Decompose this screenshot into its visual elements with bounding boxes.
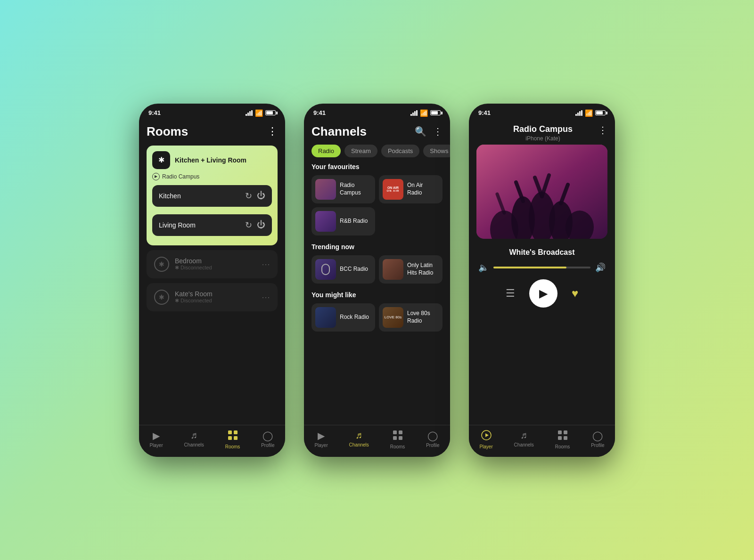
thumb-rock [315, 307, 336, 328]
volume-fill [493, 267, 566, 268]
nav-channels-rooms[interactable]: ♬ Channels [184, 430, 204, 449]
channel-name-latin: Only Latin Hits Radio [407, 262, 439, 276]
nav-player-ch[interactable]: ▶ Player [314, 430, 328, 449]
tab-shows[interactable]: Shows [423, 145, 450, 157]
thumb-on-air: ON AIR ON AIR [383, 179, 403, 200]
nav-player-pl[interactable]: Player [479, 430, 492, 449]
player-controls: ☰ ▶ ♥ [469, 279, 615, 315]
tab-podcasts[interactable]: Podcasts [381, 145, 419, 157]
svg-rect-23 [558, 436, 562, 440]
power-icon-living[interactable]: ⏻ [257, 220, 265, 230]
channel-radio-campus[interactable]: Radio Campus [311, 175, 375, 203]
kates-room-status: ✱ Disconnected [175, 298, 213, 304]
bt-icon-bedroom: ✱ [154, 257, 169, 272]
nav-profile-ch[interactable]: ◯ Profile [426, 430, 439, 449]
bedroom-more-button[interactable]: ⋯ [262, 259, 270, 269]
svg-rect-24 [564, 436, 567, 440]
status-icons-channels: 📶 [410, 109, 441, 117]
status-bar-rooms: 9:41 📶 [139, 104, 285, 120]
channels-actions: 🔍 ⋮ [415, 126, 443, 137]
rooms-header: Rooms ⋮ [139, 120, 285, 146]
room-kitchen-controls: ↻ ⏻ [245, 191, 265, 201]
group-playing[interactable]: ▶ Radio Campus [152, 173, 272, 180]
bedroom-name: Bedroom [175, 257, 212, 265]
player-nav-icon-pl [481, 430, 492, 443]
channels-bottom-nav: ▶ Player ♬ Channels Rooms ◯ Profile [304, 425, 450, 457]
on-air-badge: ON AIR ON AIR [385, 185, 401, 193]
player-more-button[interactable]: ⋮ [598, 124, 607, 136]
svg-marker-20 [485, 433, 489, 437]
nav-profile-pl[interactable]: ◯ Profile [591, 430, 604, 449]
favorite-button[interactable]: ♥ [572, 287, 578, 300]
room-name-kitchen: Kitchen [159, 192, 181, 200]
svg-rect-3 [234, 436, 238, 440]
play-button[interactable]: ▶ [529, 279, 557, 308]
volume-high-icon: 🔊 [595, 262, 606, 273]
player-title-area: Radio Campus iPhone (Kate) [488, 124, 598, 142]
thumb-love80: LOVE 80s [383, 307, 403, 328]
rooms-more-button[interactable]: ⋮ [267, 125, 278, 138]
battery-icon-ch [430, 110, 441, 115]
kates-room-name: Kate's Room [175, 290, 213, 298]
channels-phone: 9:41 📶 Channels 🔍 ⋮ Radio Stream Podcast… [304, 104, 450, 457]
battery-icon [265, 110, 276, 115]
channel-bcc[interactable]: BCC Radio [311, 255, 375, 284]
time-rooms: 9:41 [148, 109, 161, 116]
nav-rooms-pl[interactable]: Rooms [555, 430, 570, 449]
favourites-grid: Radio Campus ON AIR ON AIR On Air Radio … [311, 175, 443, 235]
channels-more-button[interactable]: ⋮ [433, 126, 443, 137]
sync-icon-kitchen[interactable]: ↻ [245, 191, 252, 201]
room-kitchen: Kitchen ↻ ⏻ [152, 185, 272, 207]
svg-rect-22 [564, 430, 567, 434]
nav-rooms-rooms[interactable]: Rooms [225, 430, 240, 449]
nav-rooms-label: Rooms [225, 444, 240, 449]
bt-icon-kates: ✱ [154, 290, 169, 305]
player-nav-icon-ch: ▶ [318, 430, 325, 441]
wifi-icon-ch: 📶 [420, 109, 428, 117]
room-living-controls: ↻ ⏻ [245, 220, 265, 230]
svg-rect-7 [399, 436, 402, 440]
nav-channels-label-ch: Channels [349, 442, 369, 447]
power-icon-kitchen[interactable]: ⏻ [257, 191, 265, 201]
track-name: White's Broadcast [469, 244, 615, 262]
player-device: iPhone (Kate) [488, 135, 598, 142]
channel-rb[interactable]: R&B Radio [311, 207, 375, 235]
rooms-title: Rooms [147, 124, 188, 139]
nav-profile-label-ch: Profile [426, 443, 439, 448]
profile-nav-icon-pl: ◯ [592, 430, 603, 441]
thumb-radio-campus [315, 179, 336, 200]
search-icon[interactable]: 🔍 [415, 126, 426, 137]
channels-header: Channels 🔍 ⋮ [304, 120, 450, 145]
rooms-nav-icon-pl [557, 430, 568, 443]
channel-rock[interactable]: Rock Radio [311, 303, 375, 332]
volume-row: 🔈 🔊 [469, 262, 615, 279]
channel-latin[interactable]: Only Latin Hits Radio [379, 255, 443, 284]
svg-rect-21 [558, 430, 562, 434]
player-station-name: Radio Campus [488, 124, 598, 134]
nav-player-rooms[interactable]: ▶ Player [149, 430, 163, 449]
volume-track[interactable] [493, 267, 590, 268]
channels-scroll: Your favourites Radio Campus ON AIR ON A… [304, 163, 450, 339]
player-bottom-nav: Player ♬ Channels Rooms ◯ Profile [469, 425, 615, 457]
status-icons-rooms: 📶 [246, 109, 276, 117]
kates-more-button[interactable]: ⋯ [262, 292, 270, 302]
nav-player-label-pl: Player [479, 444, 492, 449]
queue-icon[interactable]: ☰ [506, 287, 515, 300]
channel-on-air[interactable]: ON AIR ON AIR On Air Radio [379, 175, 443, 203]
svg-rect-5 [399, 430, 402, 434]
thumb-rb [315, 211, 336, 232]
tab-radio[interactable]: Radio [311, 145, 341, 157]
sync-icon-living[interactable]: ↻ [245, 220, 252, 230]
nav-channels-ch[interactable]: ♬ Channels [349, 430, 369, 449]
nav-channels-pl[interactable]: ♬ Channels [514, 430, 534, 449]
channel-love80[interactable]: LOVE 80s Love 80s Radio [379, 303, 443, 332]
play-group-button[interactable]: ▶ [152, 173, 160, 180]
bedroom-status: ✱ Disconnected [175, 265, 212, 271]
tab-stream[interactable]: Stream [344, 145, 377, 157]
nav-rooms-ch[interactable]: Rooms [390, 430, 405, 449]
rooms-nav-icon [228, 430, 238, 443]
channel-name-on-air: On Air Radio [407, 182, 439, 196]
channels-nav-icon-pl: ♬ [520, 430, 527, 441]
channel-name-bcc: BCC Radio [340, 266, 368, 273]
nav-profile-rooms[interactable]: ◯ Profile [261, 430, 274, 449]
